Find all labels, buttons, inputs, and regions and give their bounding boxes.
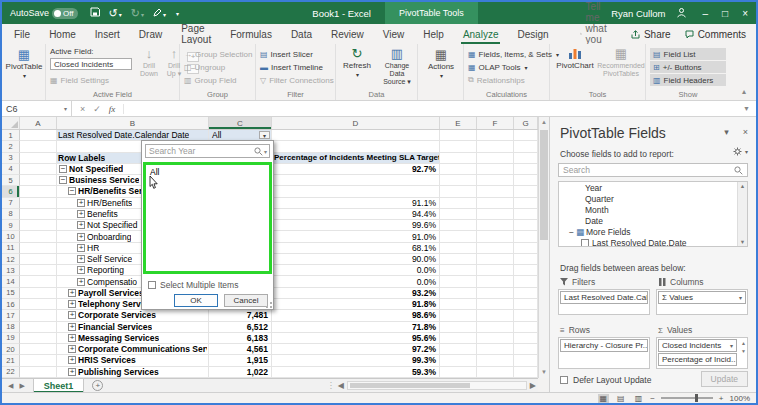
columns-area[interactable]: Σ Values▾ xyxy=(656,289,748,315)
cell-a14[interactable] xyxy=(20,276,57,287)
minimize-button[interactable]: – xyxy=(703,8,709,19)
collapse-icon[interactable]: − xyxy=(569,227,574,237)
row-header-16[interactable]: 16 xyxy=(2,299,20,310)
cell-g14[interactable] xyxy=(514,276,538,287)
pen-icon[interactable]: ▾ xyxy=(153,7,166,19)
zoom-in-button[interactable]: + xyxy=(719,394,724,403)
cell-e10[interactable] xyxy=(440,231,477,242)
cell-e6[interactable] xyxy=(440,186,477,197)
row-header-9[interactable]: 9 xyxy=(2,220,20,231)
column-header-g[interactable]: G xyxy=(514,117,538,129)
cell-e13[interactable] xyxy=(440,265,477,276)
scroll-down-icon[interactable]: ▼ xyxy=(539,367,549,378)
row-header-5[interactable]: 5 xyxy=(2,175,20,186)
cell-g20[interactable] xyxy=(514,344,538,355)
row-header-3[interactable]: 3 xyxy=(2,153,20,164)
cell-g5[interactable] xyxy=(514,175,538,186)
share-button[interactable]: Share xyxy=(631,29,671,40)
fields-items-sets-button[interactable]: ▦Fields, Items, & Sets▾ xyxy=(468,48,559,60)
cell-d21[interactable]: 99.3% xyxy=(272,355,440,366)
cell-d15[interactable]: 93.2% xyxy=(272,288,440,299)
name-box[interactable]: C6 ▾ xyxy=(2,101,72,117)
olap-tools-button[interactable]: ▦OLAP Tools▾ xyxy=(468,61,528,73)
horizontal-scrollbar[interactable]: ⋮ ◀ ▶ xyxy=(327,381,536,390)
plus-minus-buttons-toggle[interactable]: ⊞+/- Buttons xyxy=(650,61,726,73)
cell-f10[interactable] xyxy=(477,231,514,242)
cell-a11[interactable] xyxy=(20,243,57,254)
actions-button[interactable]: ▦ Actions ▾ xyxy=(425,48,457,80)
tab-scroll-right-icon[interactable]: ▶ xyxy=(19,382,24,390)
cell-f8[interactable] xyxy=(477,209,514,220)
cell-d9[interactable]: 99.6% xyxy=(272,220,440,231)
cell-d17[interactable]: 98.6% xyxy=(272,310,440,321)
cell-d3[interactable]: Percentage of Incidents Meeting SLA Targ… xyxy=(272,153,440,164)
cell-g4[interactable] xyxy=(514,164,538,175)
row-header-8[interactable]: 8 xyxy=(2,209,20,220)
restore-button[interactable]: □ xyxy=(722,8,728,19)
user-avatar-icon[interactable] xyxy=(676,7,687,20)
cell-e2[interactable] xyxy=(440,141,477,152)
field-item-date[interactable]: Date xyxy=(559,215,747,226)
expand-button[interactable]: + xyxy=(77,210,85,218)
cell-d19[interactable]: 95.6% xyxy=(272,333,440,344)
field-list-toggle[interactable]: ▤Field List xyxy=(650,48,726,60)
cell-d2[interactable] xyxy=(272,141,440,152)
cell-a13[interactable] xyxy=(20,265,57,276)
cell-a5[interactable] xyxy=(20,175,57,186)
cell-g2[interactable] xyxy=(514,141,538,152)
field-item-last-resolved-date[interactable]: Last Resolved Date.Date xyxy=(559,237,747,247)
cell-e17[interactable] xyxy=(440,310,477,321)
cell-d16[interactable]: 91.8% xyxy=(272,299,440,310)
vertical-scrollbar[interactable]: ▲ ▼ xyxy=(538,117,549,378)
cell-c18[interactable]: 6,512 xyxy=(209,322,272,333)
scroll-up-icon[interactable]: ▲ xyxy=(539,117,549,128)
cell-f7[interactable] xyxy=(477,198,514,209)
expand-formula-bar-icon[interactable]: ▼ xyxy=(743,105,750,112)
cell-e14[interactable] xyxy=(440,276,477,287)
insert-function-icon[interactable]: fx xyxy=(109,104,116,114)
cell-f1[interactable] xyxy=(477,130,514,141)
field-item-quarter[interactable]: Quarter xyxy=(559,193,747,204)
scroll-up-icon[interactable]: ▲ xyxy=(738,183,747,189)
cell-e5[interactable] xyxy=(440,175,477,186)
expand-button[interactable]: + xyxy=(77,255,85,263)
pane-options-icon[interactable]: ▾ xyxy=(724,127,729,137)
cell-a4[interactable] xyxy=(20,164,57,175)
confirm-entry-icon[interactable]: ✓ xyxy=(93,104,101,114)
cell-e8[interactable] xyxy=(440,209,477,220)
column-header-e[interactable]: E xyxy=(440,117,477,129)
cell-c20[interactable]: 4,561 xyxy=(209,344,272,355)
cell-g17[interactable] xyxy=(514,310,538,321)
cell-d4[interactable]: 92.7% xyxy=(272,164,440,175)
ok-button[interactable]: OK xyxy=(174,294,218,307)
cell-e20[interactable] xyxy=(440,344,477,355)
cell-d5[interactable] xyxy=(272,175,440,186)
cell-e7[interactable] xyxy=(440,198,477,209)
page-break-view-icon[interactable]: ▥ xyxy=(633,394,645,403)
cell-f21[interactable] xyxy=(477,355,514,366)
cell-d14[interactable]: 0.0% xyxy=(272,276,440,287)
customize-qat-icon[interactable]: ▾ xyxy=(176,10,179,17)
field-item-month[interactable]: Month xyxy=(559,204,747,215)
tab-insert[interactable]: Insert xyxy=(93,24,122,44)
cell-g13[interactable] xyxy=(514,265,538,276)
cell-b20[interactable]: +Corporate Communications Services xyxy=(57,344,209,355)
cell-a3[interactable] xyxy=(20,153,57,164)
collapse-button[interactable]: − xyxy=(59,176,67,184)
select-all-corner[interactable] xyxy=(2,117,20,129)
filter-search-input[interactable]: Search Year ▾ xyxy=(145,144,270,158)
expand-button[interactable]: + xyxy=(77,221,85,229)
cell-d8[interactable]: 94.4% xyxy=(272,209,440,220)
cell-f6[interactable] xyxy=(477,186,514,197)
cell-g12[interactable] xyxy=(514,254,538,265)
cell-f17[interactable] xyxy=(477,310,514,321)
cell-e16[interactable] xyxy=(440,299,477,310)
cell-e4[interactable] xyxy=(440,164,477,175)
cell-f4[interactable] xyxy=(477,164,514,175)
field-headers-toggle[interactable]: ▥Field Headers xyxy=(650,74,726,86)
cell-f9[interactable] xyxy=(477,220,514,231)
columns-field-chip[interactable]: Σ Values▾ xyxy=(658,291,746,304)
values-area[interactable]: Closed Incidents▾ Percentage of Incid...… xyxy=(656,337,748,369)
expand-button[interactable]: + xyxy=(68,323,76,331)
pivotchart-button[interactable]: PivotChart xyxy=(554,47,596,70)
